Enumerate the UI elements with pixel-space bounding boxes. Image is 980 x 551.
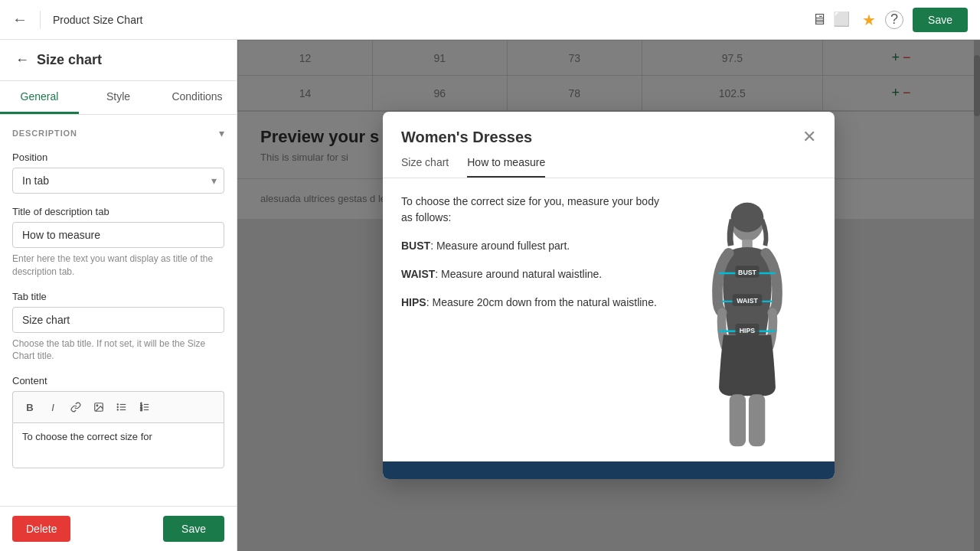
sidebar-back-icon[interactable]: ← [15, 52, 29, 68]
help-icon[interactable]: ? [885, 11, 903, 29]
position-label: Position [12, 152, 224, 163]
content-field-group: Content B I 123 [12, 375, 224, 468]
modal-banner-wrapper: Add custom Measurement in size chart tem… [383, 461, 835, 479]
modal-title: Women's Dresses [401, 129, 532, 146]
modal-intro: To choose the correct size for you, meas… [401, 194, 663, 226]
svg-point-6 [117, 407, 118, 408]
bust-label: BUST [401, 240, 430, 252]
sidebar-title: Size chart [37, 52, 102, 68]
modal-close-button[interactable]: ✕ [802, 127, 816, 147]
body-figure-image: BUST WAIST HIPS [686, 194, 808, 454]
sidebar: ← Size chart General Style Conditions DE… [0, 40, 237, 551]
svg-text:HIPS: HIPS [740, 327, 756, 334]
svg-rect-18 [749, 394, 765, 446]
svg-text:WAIST: WAIST [737, 297, 758, 305]
hips-desc: : Measure 20cm down from the natural wai… [426, 296, 657, 308]
tab-general[interactable]: General [0, 81, 79, 114]
list-item-bust: BUST: Measure around fullest part. [401, 238, 663, 254]
topbar-action-icons: ★ ? Save [862, 8, 968, 32]
title-field-group: Title of description tab Enter here the … [12, 206, 224, 279]
svg-text:BUST: BUST [738, 269, 756, 276]
svg-point-7 [117, 409, 118, 410]
modal-tabs: Size chart How to measure [383, 147, 835, 178]
modal-banner: Add custom Measurement in size chart tem… [383, 461, 835, 479]
italic-button[interactable]: I [42, 396, 64, 418]
sidebar-header: ← Size chart [0, 40, 237, 81]
modal-tab-size-chart[interactable]: Size chart [401, 156, 449, 178]
editor-toolbar: B I 123 [12, 391, 224, 422]
content-area: 12 91 73 97.5 + − 14 96 78 102.5 [237, 40, 980, 551]
modal-header: Women's Dresses ✕ [383, 112, 835, 147]
topbar-save-button[interactable]: Save [913, 8, 968, 32]
tab-title-input[interactable] [12, 307, 224, 333]
unordered-list-button[interactable] [111, 396, 132, 418]
topbar-title: Product Size Chart [53, 14, 799, 26]
sidebar-content: DESCRIPTION ▾ Position In tab ▾ Title of… [0, 115, 237, 506]
sidebar-footer: Delete Save [0, 506, 237, 551]
tab-conditions[interactable]: Conditions [158, 81, 237, 114]
monitor-icon[interactable]: 🖥 [812, 11, 827, 28]
waist-label: WAIST [401, 268, 435, 280]
tablet-icon[interactable]: ⬜ [833, 11, 850, 28]
title-field-label: Title of description tab [12, 206, 224, 217]
tab-title-hint: Choose the tab title. If not set, it wil… [12, 337, 224, 364]
modal-text-section: To choose the correct size for you, meas… [401, 194, 663, 454]
bold-button[interactable]: B [19, 396, 41, 418]
image-button[interactable] [88, 396, 109, 418]
list-item-hips: HIPS: Measure 20cm down from the natural… [401, 295, 663, 311]
banner-text: Add custom Measurement in size chart tem… [433, 477, 784, 479]
hips-label: HIPS [401, 296, 426, 308]
main-layout: ← Size chart General Style Conditions DE… [0, 40, 980, 551]
tab-style[interactable]: Style [79, 81, 158, 114]
ordered-list-button[interactable]: 123 [134, 396, 155, 418]
svg-point-1 [96, 405, 98, 406]
topbar-back-icon[interactable]: ← [12, 11, 28, 28]
content-label: Content [12, 375, 224, 386]
tab-title-field-group: Tab title Choose the tab title. If not s… [12, 291, 224, 364]
sidebar-tabs: General Style Conditions [0, 81, 237, 115]
section-chevron-icon[interactable]: ▾ [219, 127, 224, 139]
svg-rect-17 [730, 394, 746, 446]
title-description-input[interactable] [12, 222, 224, 248]
delete-button[interactable]: Delete [12, 516, 70, 542]
modal-image-section: BUST WAIST HIPS [678, 194, 816, 454]
svg-point-15 [731, 203, 764, 233]
content-editor[interactable]: To choose the correct size for [12, 422, 224, 468]
modal-overlay[interactable]: Women's Dresses ✕ Size chart How to meas… [237, 40, 980, 551]
modal: Women's Dresses ✕ Size chart How to meas… [383, 112, 835, 479]
svg-text:3: 3 [140, 408, 142, 412]
topbar-divider [40, 11, 41, 29]
svg-point-5 [117, 404, 118, 405]
modal-body: To choose the correct size for you, meas… [383, 178, 835, 469]
waist-desc: : Measure around natural waistline. [435, 268, 602, 280]
star-icon[interactable]: ★ [862, 11, 876, 29]
description-section-header: DESCRIPTION ▾ [12, 127, 224, 139]
topbar: ← Product Size Chart 🖥 ⬜ ★ ? Save [0, 0, 980, 40]
tab-title-label: Tab title [12, 291, 224, 302]
description-label: DESCRIPTION [12, 129, 77, 138]
position-select[interactable]: In tab [12, 168, 224, 194]
topbar-device-icons: 🖥 ⬜ [812, 11, 850, 28]
modal-measurements-list: BUST: Measure around fullest part. WAIST… [401, 238, 663, 311]
list-item-waist: WAIST: Measure around natural waistline. [401, 266, 663, 282]
save-button[interactable]: Save [163, 516, 224, 542]
position-select-wrapper: In tab ▾ [12, 168, 224, 194]
modal-tab-how-to-measure[interactable]: How to measure [467, 156, 545, 178]
bust-desc: : Measure around fullest part. [430, 240, 570, 252]
position-field-group: Position In tab ▾ [12, 152, 224, 194]
link-button[interactable] [65, 396, 87, 418]
title-hint: Enter here the text you want display as … [12, 253, 224, 279]
